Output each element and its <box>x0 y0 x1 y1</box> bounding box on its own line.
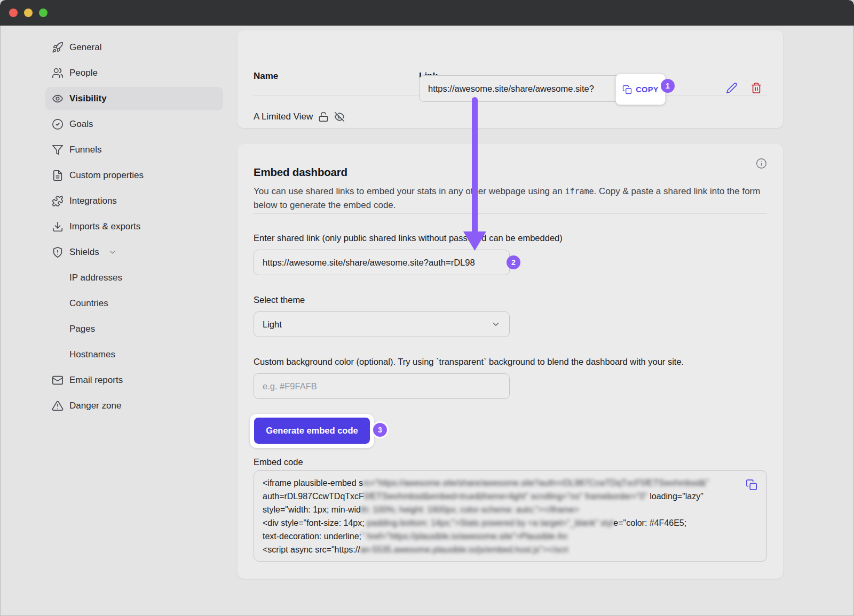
copy-link-button[interactable]: COPY <box>615 74 666 105</box>
sidebar-item-shields[interactable]: Shields <box>45 241 223 264</box>
embed-code-label: Embed code <box>254 457 303 467</box>
sidebar-item-label: Goals <box>69 119 93 130</box>
eye-off-icon <box>334 111 345 122</box>
sidebar-item-integrations[interactable]: Integrations <box>45 189 223 213</box>
puzzle-icon <box>52 195 64 207</box>
sidebar-item-label: Danger zone <box>69 401 121 411</box>
iframe-code-text: iframe <box>565 187 594 196</box>
rocket-icon <box>52 42 64 53</box>
section-divider <box>254 213 767 214</box>
shared-link-input[interactable] <box>254 250 510 275</box>
settings-sidebar: General People Visibility Goals Funnels … <box>0 26 238 616</box>
sidebar-item-visibility[interactable]: Visibility <box>45 87 223 110</box>
background-color-label: Custom background color (optional). Try … <box>254 357 684 367</box>
copy-embed-code-button[interactable] <box>746 479 757 491</box>
shared-link-input-label: Enter shared link (only public shared li… <box>254 233 563 243</box>
info-icon <box>756 158 767 169</box>
chevron-down-icon <box>108 248 117 257</box>
sidebar-item-imports-exports[interactable]: Imports & exports <box>45 215 223 238</box>
sidebar-item-label: Imports & exports <box>69 221 140 232</box>
sidebar-item-label: Hostnames <box>69 349 115 360</box>
users-icon <box>52 67 64 79</box>
window-titlebar <box>0 0 854 26</box>
sidebar-item-label: Custom properties <box>69 170 144 181</box>
column-header-name: Name <box>254 71 278 82</box>
generate-embed-code-button[interactable]: Generate embed code <box>254 418 370 444</box>
select-theme-label: Select theme <box>254 295 305 305</box>
embed-code-line: style="width: 1px; min-width: 100%; heig… <box>263 503 758 516</box>
description-text: You can use shared links to embed your s… <box>254 186 565 196</box>
background-color-input[interactable] <box>254 373 510 399</box>
edit-shared-link-button[interactable] <box>726 82 738 94</box>
copy-icon <box>622 85 632 94</box>
sidebar-item-danger-zone[interactable]: Danger zone <box>45 394 223 418</box>
alert-triangle-icon <box>52 400 64 412</box>
sidebar-item-ip-addresses[interactable]: IP addresses <box>45 266 223 290</box>
check-circle-icon <box>52 118 64 130</box>
eye-icon <box>52 93 64 105</box>
funnel-icon <box>52 144 64 156</box>
theme-selected-value: Light <box>263 319 282 330</box>
sidebar-item-custom-properties[interactable]: Custom properties <box>45 164 223 187</box>
copy-button-label: COPY <box>636 85 659 94</box>
app-window: General People Visibility Goals Funnels … <box>0 0 854 616</box>
copy-icon <box>746 479 757 491</box>
embed-code-line: <iframe plausible-embed src="https://awe… <box>263 476 758 490</box>
embed-code-line: text-decoration: underline;" href="https… <box>263 530 758 543</box>
annotation-step-2-badge: 2 <box>507 255 520 269</box>
embed-dashboard-title: Embed dashboard <box>254 166 347 179</box>
embed-description: You can use shared links to embed your s… <box>254 185 766 212</box>
minimize-window-button[interactable] <box>24 9 33 17</box>
document-icon <box>52 170 64 181</box>
chevron-down-icon <box>491 319 501 329</box>
annotation-step-1-badge: 1 <box>661 79 675 93</box>
zoom-window-button[interactable] <box>39 9 48 17</box>
sidebar-item-label: General <box>69 42 101 53</box>
sidebar-item-label: People <box>69 68 98 78</box>
sidebar-item-label: IP addresses <box>69 273 122 283</box>
embed-dashboard-card: Embed dashboard You can use shared links… <box>238 144 783 579</box>
info-button[interactable] <box>756 158 768 170</box>
embed-code-line: <div style="font-size: 14px; padding-bot… <box>263 516 758 530</box>
sidebar-item-hostnames[interactable]: Hostnames <box>45 343 223 366</box>
shared-link-name: A Limited View <box>254 111 313 122</box>
pencil-icon <box>726 82 738 94</box>
shared-link-url: https://awesome.site/share/awesome.site? <box>428 84 594 94</box>
sidebar-item-label: Shields <box>69 247 99 258</box>
sidebar-item-label: Email reports <box>69 375 123 386</box>
embed-code-line: <script async src="https://an-5535.aweso… <box>263 543 758 556</box>
sidebar-item-label: Integrations <box>69 196 117 206</box>
sidebar-item-pages[interactable]: Pages <box>45 317 223 341</box>
shared-link-row-name: A Limited View <box>254 111 345 122</box>
sidebar-item-label: Pages <box>69 324 95 334</box>
sidebar-item-people[interactable]: People <box>45 61 223 85</box>
embed-code-textarea[interactable]: <iframe plausible-embed src="https://awe… <box>254 470 767 562</box>
sidebar-item-label: Funnels <box>69 145 101 155</box>
sidebar-item-email-reports[interactable]: Email reports <box>45 369 223 392</box>
sidebar-item-funnels[interactable]: Funnels <box>45 138 223 162</box>
sidebar-item-label: Visibility <box>69 93 107 104</box>
theme-select[interactable]: Light <box>254 311 510 337</box>
embed-code-line: auth=rDL987CcwTDqTxcF5fETSwvhmbsd&embed=… <box>263 490 758 503</box>
download-icon <box>52 221 64 233</box>
delete-shared-link-button[interactable] <box>750 82 762 94</box>
trash-icon <box>750 82 762 94</box>
sidebar-item-general[interactable]: General <box>45 36 223 59</box>
shared-links-card: Name Link A Limited View https://awesome… <box>238 30 783 128</box>
unlock-icon <box>318 111 329 122</box>
sidebar-item-label: Countries <box>69 298 108 309</box>
annotation-step-3-badge: 3 <box>373 423 387 437</box>
sidebar-item-goals[interactable]: Goals <box>45 113 223 136</box>
sidebar-item-countries[interactable]: Countries <box>45 292 223 315</box>
shield-icon <box>52 246 64 258</box>
mail-icon <box>52 374 64 386</box>
close-window-button[interactable] <box>9 9 18 17</box>
